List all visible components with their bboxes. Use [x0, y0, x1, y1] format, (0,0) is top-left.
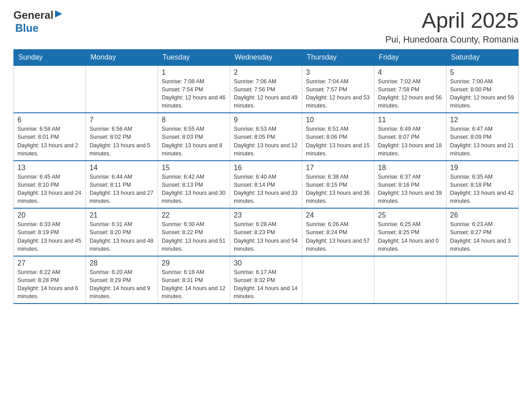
day-number: 18	[378, 164, 442, 172]
week-row-1: 1Sunrise: 7:08 AMSunset: 7:54 PMDaylight…	[14, 65, 519, 113]
day-info: Sunrise: 6:20 AMSunset: 8:29 PMDaylight:…	[90, 268, 154, 301]
day-info: Sunrise: 6:55 AMSunset: 8:03 PMDaylight:…	[162, 125, 226, 158]
calendar-cell: 24Sunrise: 6:26 AMSunset: 8:24 PMDayligh…	[302, 208, 374, 256]
day-info: Sunrise: 6:26 AMSunset: 8:24 PMDaylight:…	[306, 220, 370, 253]
calendar-cell: 16Sunrise: 6:40 AMSunset: 8:14 PMDayligh…	[230, 161, 302, 209]
week-row-3: 13Sunrise: 6:45 AMSunset: 8:10 PMDayligh…	[14, 161, 519, 209]
calendar-cell: 1Sunrise: 7:08 AMSunset: 7:54 PMDaylight…	[158, 65, 230, 113]
svg-marker-0	[55, 10, 62, 17]
day-number: 26	[450, 211, 515, 219]
day-info: Sunrise: 6:18 AMSunset: 8:31 PMDaylight:…	[162, 268, 226, 301]
col-wednesday: Wednesday	[230, 49, 302, 65]
week-row-5: 27Sunrise: 6:22 AMSunset: 8:28 PMDayligh…	[14, 256, 519, 304]
day-info: Sunrise: 6:31 AMSunset: 8:20 PMDaylight:…	[90, 220, 154, 253]
logo-triangle-icon	[54, 9, 63, 18]
day-number: 24	[306, 211, 370, 219]
day-info: Sunrise: 6:56 AMSunset: 8:02 PMDaylight:…	[90, 125, 154, 158]
day-number: 29	[162, 259, 226, 267]
title-block: April 2025 Pui, Hunedoara County, Romani…	[385, 9, 519, 45]
day-info: Sunrise: 6:30 AMSunset: 8:22 PMDaylight:…	[162, 220, 226, 253]
calendar-cell: 7Sunrise: 6:56 AMSunset: 8:02 PMDaylight…	[86, 113, 158, 161]
day-number: 10	[306, 116, 370, 124]
calendar-cell: 3Sunrise: 7:04 AMSunset: 7:57 PMDaylight…	[302, 65, 374, 113]
calendar-cell	[374, 256, 446, 304]
calendar-cell: 25Sunrise: 6:25 AMSunset: 8:25 PMDayligh…	[374, 208, 446, 256]
calendar-cell: 11Sunrise: 6:49 AMSunset: 8:07 PMDayligh…	[374, 113, 446, 161]
logo-blue-text: Blue	[15, 22, 39, 34]
week-row-4: 20Sunrise: 6:33 AMSunset: 8:19 PMDayligh…	[14, 208, 519, 256]
logo: General Blue	[13, 9, 63, 35]
day-number: 25	[378, 211, 442, 219]
month-title: April 2025	[385, 9, 519, 33]
day-number: 17	[306, 164, 370, 172]
calendar-cell	[86, 65, 158, 113]
day-number: 19	[450, 164, 515, 172]
day-info: Sunrise: 7:02 AMSunset: 7:58 PMDaylight:…	[378, 77, 442, 110]
day-info: Sunrise: 6:37 AMSunset: 8:16 PMDaylight:…	[378, 173, 442, 206]
day-number: 11	[378, 116, 442, 124]
calendar-cell: 10Sunrise: 6:51 AMSunset: 8:06 PMDayligh…	[302, 113, 374, 161]
day-info: Sunrise: 7:00 AMSunset: 8:00 PMDaylight:…	[450, 77, 515, 110]
col-monday: Monday	[86, 49, 158, 65]
day-number: 9	[234, 116, 298, 124]
day-info: Sunrise: 6:44 AMSunset: 8:11 PMDaylight:…	[90, 173, 154, 206]
day-info: Sunrise: 6:33 AMSunset: 8:19 PMDaylight:…	[17, 220, 82, 253]
day-info: Sunrise: 6:58 AMSunset: 8:01 PMDaylight:…	[17, 125, 82, 158]
day-info: Sunrise: 6:45 AMSunset: 8:10 PMDaylight:…	[17, 173, 82, 206]
calendar-table: Sunday Monday Tuesday Wednesday Thursday…	[13, 49, 519, 304]
page-header: General Blue April 2025 Pui, Hunedoara C…	[13, 9, 519, 45]
calendar-cell	[446, 256, 519, 304]
day-info: Sunrise: 6:28 AMSunset: 8:23 PMDaylight:…	[234, 220, 298, 253]
day-number: 15	[162, 164, 226, 172]
calendar-cell: 26Sunrise: 6:23 AMSunset: 8:27 PMDayligh…	[446, 208, 519, 256]
day-number: 30	[234, 259, 298, 267]
day-number: 28	[90, 259, 154, 267]
col-tuesday: Tuesday	[158, 49, 230, 65]
day-info: Sunrise: 6:23 AMSunset: 8:27 PMDaylight:…	[450, 220, 515, 253]
day-info: Sunrise: 7:04 AMSunset: 7:57 PMDaylight:…	[306, 77, 370, 110]
calendar-cell	[302, 256, 374, 304]
calendar-cell: 23Sunrise: 6:28 AMSunset: 8:23 PMDayligh…	[230, 208, 302, 256]
day-info: Sunrise: 6:42 AMSunset: 8:13 PMDaylight:…	[162, 173, 226, 206]
calendar-cell: 20Sunrise: 6:33 AMSunset: 8:19 PMDayligh…	[14, 208, 86, 256]
calendar-cell: 14Sunrise: 6:44 AMSunset: 8:11 PMDayligh…	[86, 161, 158, 209]
col-thursday: Thursday	[302, 49, 374, 65]
day-info: Sunrise: 6:49 AMSunset: 8:07 PMDaylight:…	[378, 125, 442, 158]
calendar-cell: 13Sunrise: 6:45 AMSunset: 8:10 PMDayligh…	[14, 161, 86, 209]
location-subtitle: Pui, Hunedoara County, Romania	[385, 34, 519, 45]
col-friday: Friday	[374, 49, 446, 65]
calendar-cell: 6Sunrise: 6:58 AMSunset: 8:01 PMDaylight…	[14, 113, 86, 161]
col-sunday: Sunday	[14, 49, 86, 65]
calendar-cell: 4Sunrise: 7:02 AMSunset: 7:58 PMDaylight…	[374, 65, 446, 113]
day-info: Sunrise: 7:06 AMSunset: 7:56 PMDaylight:…	[234, 77, 298, 110]
day-info: Sunrise: 6:17 AMSunset: 8:32 PMDaylight:…	[234, 268, 298, 301]
week-row-2: 6Sunrise: 6:58 AMSunset: 8:01 PMDaylight…	[14, 113, 519, 161]
calendar-cell: 17Sunrise: 6:38 AMSunset: 8:15 PMDayligh…	[302, 161, 374, 209]
day-number: 20	[17, 211, 82, 219]
calendar-cell: 29Sunrise: 6:18 AMSunset: 8:31 PMDayligh…	[158, 256, 230, 304]
day-number: 4	[378, 68, 442, 77]
calendar-cell	[14, 65, 86, 113]
day-info: Sunrise: 6:35 AMSunset: 8:18 PMDaylight:…	[450, 173, 515, 206]
day-number: 21	[90, 211, 154, 219]
calendar-cell: 9Sunrise: 6:53 AMSunset: 8:05 PMDaylight…	[230, 113, 302, 161]
calendar-cell: 15Sunrise: 6:42 AMSunset: 8:13 PMDayligh…	[158, 161, 230, 209]
day-number: 23	[234, 211, 298, 219]
day-number: 14	[90, 164, 154, 172]
day-number: 7	[90, 116, 154, 124]
day-info: Sunrise: 6:40 AMSunset: 8:14 PMDaylight:…	[234, 173, 298, 206]
calendar-cell: 12Sunrise: 6:47 AMSunset: 8:09 PMDayligh…	[446, 113, 519, 161]
day-number: 6	[17, 116, 82, 124]
day-number: 16	[234, 164, 298, 172]
day-info: Sunrise: 6:51 AMSunset: 8:06 PMDaylight:…	[306, 125, 370, 158]
calendar-cell: 28Sunrise: 6:20 AMSunset: 8:29 PMDayligh…	[86, 256, 158, 304]
calendar-cell: 5Sunrise: 7:00 AMSunset: 8:00 PMDaylight…	[446, 65, 519, 113]
day-number: 12	[450, 116, 515, 124]
col-saturday: Saturday	[446, 49, 519, 65]
calendar-cell: 2Sunrise: 7:06 AMSunset: 7:56 PMDaylight…	[230, 65, 302, 113]
calendar-cell: 8Sunrise: 6:55 AMSunset: 8:03 PMDaylight…	[158, 113, 230, 161]
day-number: 22	[162, 211, 226, 219]
day-number: 1	[162, 68, 226, 77]
day-number: 2	[234, 68, 298, 77]
calendar-cell: 18Sunrise: 6:37 AMSunset: 8:16 PMDayligh…	[374, 161, 446, 209]
